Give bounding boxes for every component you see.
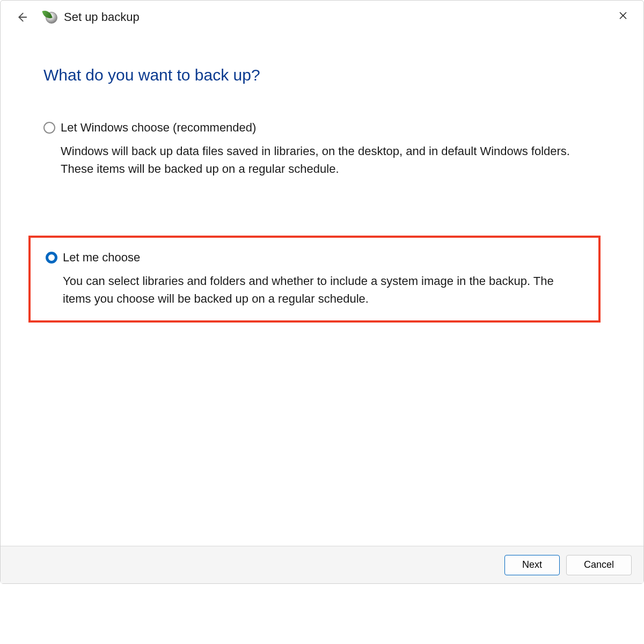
close-button[interactable] <box>614 7 632 24</box>
backup-app-icon <box>43 10 58 25</box>
wizard-window: Set up backup What do you want to back u… <box>0 0 644 584</box>
radio-let-me-choose[interactable] <box>46 252 57 264</box>
arrow-left-icon <box>16 11 27 23</box>
option-description: You can select libraries and folders and… <box>63 272 578 308</box>
option-let-me-choose[interactable]: Let me choose You can select libraries a… <box>28 236 601 323</box>
title-bar: Set up backup <box>1 1 643 26</box>
cancel-button[interactable]: Cancel <box>566 555 632 575</box>
option-description: Windows will back up data files saved in… <box>61 142 576 178</box>
close-icon <box>618 11 628 20</box>
option-label: Let Windows choose (recommended) <box>61 121 256 135</box>
next-button[interactable]: Next <box>504 555 560 575</box>
option-windows-choose[interactable]: Let Windows choose (recommended) Windows… <box>43 121 601 178</box>
back-button[interactable] <box>12 8 31 26</box>
window-title: Set up backup <box>64 10 140 24</box>
page-heading: What do you want to back up? <box>43 66 601 84</box>
radio-windows-choose[interactable] <box>43 122 55 134</box>
option-label: Let me choose <box>63 251 140 265</box>
wizard-content: What do you want to back up? Let Windows… <box>1 26 643 546</box>
wizard-footer: Next Cancel <box>1 546 643 583</box>
